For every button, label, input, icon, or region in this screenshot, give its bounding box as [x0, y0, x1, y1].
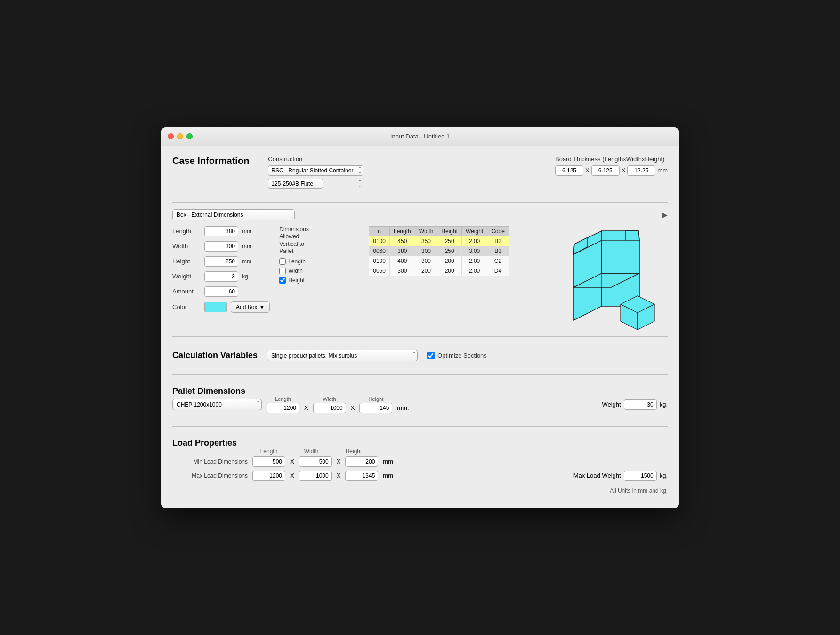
max-height-input[interactable]: [345, 471, 378, 481]
cell-n: 0060: [369, 246, 390, 256]
box-illustration: [564, 226, 668, 330]
cell-weight: 3.00: [462, 246, 487, 256]
maximize-button[interactable]: [186, 133, 193, 139]
min-load-label: Min Load Dimensions: [172, 458, 248, 465]
check-width[interactable]: [279, 268, 286, 274]
min-unit: mm: [383, 458, 393, 465]
table-row: 01004503502502.00B2: [369, 236, 509, 246]
thickness-length[interactable]: [555, 165, 583, 176]
check-length-label: Length: [288, 258, 306, 265]
board-thickness-label: Board Thickness (LengthxWidthxHeight): [555, 155, 664, 163]
window-title: Input Data - Untitled 1: [390, 133, 450, 140]
optimize-checkbox[interactable]: [427, 352, 435, 359]
height-input[interactable]: [204, 256, 238, 267]
max-weight-unit: kg.: [660, 472, 668, 479]
load-section: Load Properties Length Width Height Min …: [172, 433, 668, 499]
length-input[interactable]: [204, 226, 238, 236]
pallet-height-input[interactable]: [359, 403, 392, 413]
minimize-button[interactable]: [177, 133, 183, 139]
width-input[interactable]: [204, 241, 238, 252]
max-load-label: Max Load Dimensions: [172, 472, 248, 479]
box-ext-header-row: Box - External Dimensions ▶: [172, 209, 668, 220]
calc-vars-title: Calculation Variables: [172, 350, 258, 360]
traffic-lights: [168, 133, 193, 139]
pallet-type-wrapper[interactable]: CHEP 1200x1000: [172, 399, 262, 410]
pallet-height-label: Height: [368, 396, 383, 402]
weight-row: Weight kg.: [172, 271, 270, 282]
col-n: n: [369, 226, 390, 236]
pallet-length-input[interactable]: [267, 403, 299, 413]
table-row: 00503002002002.00D4: [369, 266, 509, 276]
x-sep-1: X: [304, 404, 308, 411]
dimensions-table-container: n Length Width Height Weight Code 010045…: [369, 226, 555, 276]
width-unit: mm: [242, 243, 251, 250]
pallet-type-select[interactable]: CHEP 1200x1000: [172, 399, 262, 410]
box-fields: Length mm Width mm Height mm Weight: [172, 226, 270, 313]
pallet-dim-unit: mm.: [397, 404, 409, 411]
length-label: Length: [172, 228, 201, 235]
pallet-width-group: Width: [313, 396, 346, 413]
box-ext-select[interactable]: Box - External Dimensions: [172, 209, 295, 220]
svg-marker-8: [625, 231, 639, 240]
width-label: Width: [172, 243, 201, 250]
cell-length: 380: [389, 246, 415, 256]
cell-width: 200: [415, 266, 437, 276]
check-height[interactable]: [279, 277, 286, 284]
content-area: Case Information Construction RSC - Regu…: [161, 146, 679, 508]
case-info-row: Case Information Construction RSC - Regu…: [172, 155, 668, 195]
pallet-weight-input[interactable]: [624, 399, 657, 410]
x-min-1: X: [290, 458, 294, 465]
flute-select-wrapper[interactable]: 125-250#B Flute: [268, 179, 363, 189]
check-width-row: Width: [279, 268, 359, 274]
max-width-input[interactable]: [299, 471, 332, 481]
col-height: Height: [437, 226, 462, 236]
thickness-height[interactable]: [627, 165, 655, 176]
add-box-arrow-icon: ▼: [259, 304, 265, 310]
x-max-1: X: [290, 472, 294, 479]
min-height-input[interactable]: [345, 456, 378, 467]
height-unit: mm: [242, 258, 251, 265]
construction-select[interactable]: RSC - Regular Slotted Container: [268, 165, 363, 176]
cell-code: C2: [487, 256, 509, 266]
max-load-weight-row: Max Load Weight kg.: [573, 471, 668, 481]
pallet-weight-label: Weight: [602, 401, 621, 408]
cell-code: B2: [487, 236, 509, 246]
calc-dropdown-wrapper[interactable]: Single product pallets. Mix surplus: [267, 350, 418, 361]
max-load-row: Max Load Dimensions X X mm Max Load Weig…: [172, 471, 668, 481]
load-headers-row: Length Width Height: [172, 448, 668, 455]
construction-select-wrapper[interactable]: RSC - Regular Slotted Container: [268, 165, 363, 176]
pallet-length-group: Length: [267, 396, 299, 413]
check-width-label: Width: [288, 268, 303, 274]
max-length-input[interactable]: [252, 471, 285, 481]
min-length-input[interactable]: [252, 456, 285, 467]
max-weight-input[interactable]: [624, 471, 657, 481]
cell-code: D4: [487, 266, 509, 276]
amount-input[interactable]: [204, 286, 238, 297]
optimize-row: Optimize Sections: [427, 352, 487, 359]
color-swatch[interactable]: [204, 302, 227, 312]
add-box-label: Add Box: [236, 304, 257, 310]
calc-dropdown[interactable]: Single product pallets. Mix surplus: [267, 350, 418, 361]
length-row: Length mm: [172, 226, 270, 236]
load-width-header: Width: [295, 448, 328, 455]
color-row: Color Add Box ▼: [172, 301, 270, 313]
weight-input[interactable]: [204, 271, 238, 282]
optimize-label: Optimize Sections: [437, 352, 487, 359]
box-ext-select-wrapper[interactable]: Box - External Dimensions: [172, 209, 295, 220]
thickness-width[interactable]: [591, 165, 620, 176]
close-button[interactable]: [168, 133, 174, 139]
col-weight: Weight: [462, 226, 487, 236]
flute-select[interactable]: 125-250#B Flute: [268, 179, 323, 189]
pallet-width-input[interactable]: [313, 403, 346, 413]
min-width-input[interactable]: [299, 456, 332, 467]
cell-width: 350: [415, 236, 437, 246]
height-label: Height: [172, 258, 201, 265]
add-box-button[interactable]: Add Box ▼: [231, 301, 270, 313]
pallet-length-label: Length: [275, 396, 291, 402]
check-length-row: Length: [279, 258, 359, 265]
all-units-note: All Units in mm and kg.: [172, 485, 668, 494]
dimensions-allowed-title: DimensionsAllowedVertical toPallet: [279, 226, 359, 255]
thickness-values: X X mm: [555, 165, 668, 176]
check-length[interactable]: [279, 258, 286, 265]
amount-row: Amount: [172, 286, 270, 297]
